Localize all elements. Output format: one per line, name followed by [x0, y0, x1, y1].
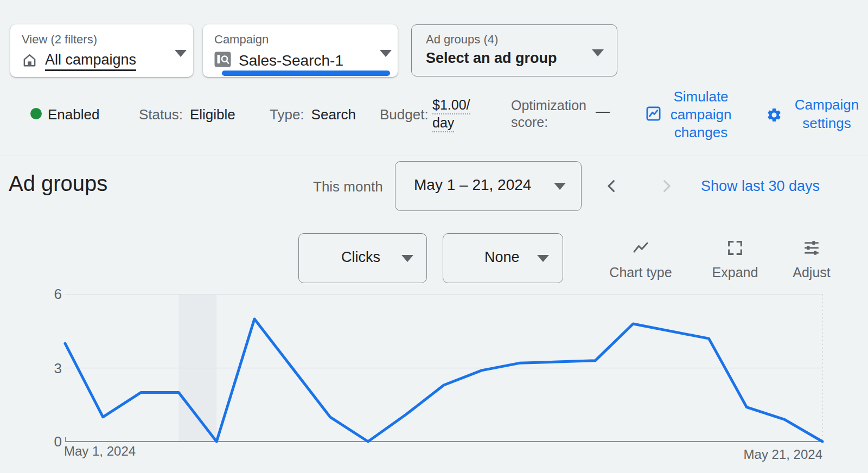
simulate-campaign-changes-link[interactable]: Simulate campaign changes — [666, 88, 736, 142]
budget-period: day — [432, 114, 454, 132]
optimization-score-value: — — [596, 103, 610, 120]
type-label: Type: — [270, 106, 304, 123]
metric-2-value: None — [484, 249, 520, 266]
campaign-filter-dropdown[interactable]: Campaign Sales-Search-1 — [203, 24, 398, 77]
simulate-chart-icon — [645, 105, 662, 124]
campaign-status: Status: Eligible — [139, 106, 235, 123]
ad-group-filter-value: Select an ad group — [426, 50, 557, 67]
campaign-icon — [214, 52, 231, 69]
none-series-swatch — [464, 256, 476, 261]
chevron-down-icon — [401, 255, 413, 262]
date-range-dropdown[interactable]: May 1 – 21, 2024 — [395, 161, 582, 211]
page-title: Ad groups — [9, 171, 107, 196]
chevron-down-icon — [380, 50, 392, 57]
view-filter-dropdown[interactable]: View (2 filters) All campaigns — [10, 24, 193, 77]
period-label: This month — [313, 178, 383, 195]
view-filter-value: All campaigns — [45, 52, 136, 71]
budget-amount: $1.00/ — [432, 97, 470, 114]
x-axis-end-label: May 21, 2024 — [725, 447, 822, 462]
ad-group-filter-label: Ad groups (4) — [426, 33, 498, 47]
section-divider — [0, 156, 868, 156]
campaign-filter-value: Sales-Search-1 — [239, 52, 343, 69]
view-filter-label: View (2 filters) — [22, 33, 97, 47]
home-icon — [22, 53, 37, 71]
clicks-line-chart[interactable] — [0, 271, 868, 473]
status-label: Status: — [139, 106, 183, 123]
campaign-filter-label: Campaign — [214, 33, 269, 47]
chevron-down-icon — [554, 183, 566, 190]
budget-label: Budget: — [380, 106, 429, 123]
metric-1-value: Clicks — [341, 249, 380, 266]
line-chart-icon — [630, 250, 651, 259]
active-campaign-indicator-bar — [222, 71, 390, 76]
enabled-status-dot — [30, 108, 42, 119]
chevron-down-icon — [175, 50, 187, 57]
enabled-status-text: Enabled — [48, 106, 99, 123]
x-axis-start-label: May 1, 2024 — [64, 444, 136, 459]
show-last-30-days-link[interactable]: Show last 30 days — [701, 178, 820, 195]
campaign-type: Type: Search — [270, 106, 356, 123]
clicks-series-swatch — [321, 256, 333, 261]
status-value: Eligible — [190, 106, 235, 123]
tune-sliders-icon — [802, 250, 821, 259]
chevron-down-icon — [592, 49, 604, 56]
previous-period-button[interactable] — [603, 177, 621, 195]
campaign-settings-link[interactable]: Campaign settings — [790, 95, 864, 132]
type-value: Search — [311, 106, 356, 123]
optimization-score-label: Optimization score: — [511, 97, 586, 131]
gear-icon — [766, 107, 782, 125]
date-range-value: May 1 – 21, 2024 — [414, 176, 531, 194]
expand-corners-icon — [726, 250, 744, 259]
google-ads-campaign-overview: View (2 filters) All campaigns Campaign — [0, 0, 868, 473]
chevron-down-icon — [537, 255, 549, 262]
budget-value-link[interactable]: $1.00/ day — [432, 97, 470, 132]
ad-group-filter-dropdown[interactable]: Ad groups (4) Select an ad group — [411, 24, 617, 76]
next-period-button[interactable] — [658, 177, 675, 195]
